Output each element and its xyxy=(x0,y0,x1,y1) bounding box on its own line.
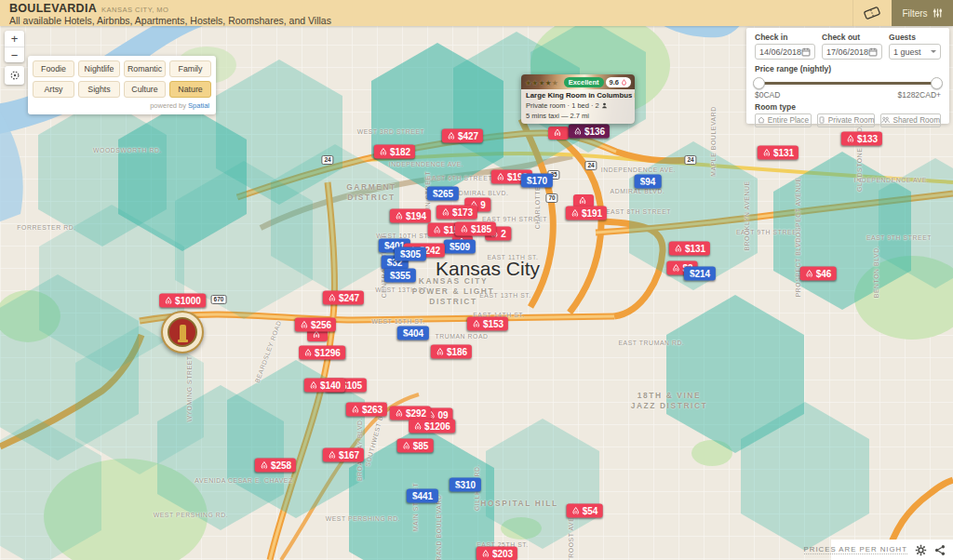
room-type-shared-room[interactable]: Shared Room xyxy=(880,113,941,127)
airbnb-price-marker[interactable]: $85 xyxy=(397,439,434,453)
hotel-price-marker[interactable]: $441 xyxy=(407,489,438,503)
airbnb-icon xyxy=(460,224,469,233)
district-label: KANSAS CITY POWER & LIGHT DISTRICT xyxy=(412,276,494,307)
airbnb-price-marker[interactable]: $203 xyxy=(476,547,517,560)
gear-icon xyxy=(915,544,927,556)
street-label: EAST 9TH STREET xyxy=(866,234,932,241)
airbnb-price-marker[interactable]: $191 xyxy=(566,207,607,220)
airbnb-price-marker[interactable]: $194 xyxy=(390,209,431,223)
room-type-private-room[interactable]: Private Room xyxy=(817,113,876,127)
airbnb-price-marker[interactable]: $256 xyxy=(295,318,336,332)
street-label: INDEPENDENCE AVE. xyxy=(389,161,464,167)
street-label: INDEPENDENCE AVE. xyxy=(601,167,677,173)
airbnb-price-marker[interactable]: $1000 xyxy=(159,294,206,308)
calendar-icon xyxy=(801,47,811,57)
filters-label: Filters xyxy=(902,8,927,19)
guests-select[interactable]: 1 guest xyxy=(889,44,941,60)
hotel-price-marker[interactable]: $509 xyxy=(444,240,476,254)
airbnb-price-marker[interactable]: $167 xyxy=(323,448,364,462)
slider-max-handle[interactable] xyxy=(931,77,943,89)
airbnb-price-marker[interactable]: $1206 xyxy=(409,420,455,433)
checkin-input[interactable]: 14/06/2018 xyxy=(755,44,815,60)
airbnb-price-marker[interactable]: $46 xyxy=(800,267,837,281)
listing-tooltip[interactable]: ★★★★★ Excellent 9.6 Large King Room in C… xyxy=(521,74,635,124)
airbnb-icon xyxy=(164,296,173,305)
hotel-price-marker[interactable]: $214 xyxy=(684,267,716,281)
boulevardia-logo-icon xyxy=(168,317,197,347)
hotel-price-marker[interactable]: $94 xyxy=(635,175,662,189)
airbnb-price-marker[interactable]: $258 xyxy=(255,459,296,473)
airbnb-price-marker[interactable] xyxy=(548,127,569,140)
airbnb-icon xyxy=(312,330,321,340)
filters-button[interactable]: Filters xyxy=(892,0,953,26)
price-range-slider xyxy=(755,77,941,89)
airbnb-price-marker[interactable]: $133 xyxy=(841,132,882,146)
chevron-down-icon xyxy=(931,50,936,56)
hotel-price-marker[interactable]: $404 xyxy=(397,327,429,340)
airbnb-icon xyxy=(571,506,581,515)
airbnb-icon xyxy=(303,348,313,357)
listing-distance: 5 mins taxi — 2.7 mi xyxy=(526,112,630,120)
street-label: WEST 15TH ST. xyxy=(371,318,425,325)
zoom-in-button[interactable]: + xyxy=(5,31,24,47)
checkout-input[interactable]: 17/06/2018 xyxy=(822,44,882,60)
slider-min-handle[interactable] xyxy=(753,77,765,89)
airbnb-icon xyxy=(300,320,309,329)
checkin-label: Check in xyxy=(755,33,815,42)
airbnb-icon xyxy=(805,269,814,278)
airbnb-icon xyxy=(570,208,580,218)
route-shield: 24 xyxy=(321,155,333,165)
airbnb-price-marker[interactable]: $263 xyxy=(346,403,387,417)
chip-nature[interactable]: Nature xyxy=(169,81,211,98)
hotel-price-marker[interactable]: $305 xyxy=(395,247,426,261)
chip-artsy[interactable]: Artsy xyxy=(33,81,74,98)
airbnb-price-marker[interactable]: $153 xyxy=(467,317,508,331)
airbnb-price-marker[interactable]: $182 xyxy=(374,145,415,159)
locate-button[interactable] xyxy=(5,66,24,85)
guests-label: Guests xyxy=(889,33,941,42)
rating-score: 9.6 xyxy=(606,77,631,87)
airbnb-icon xyxy=(413,421,423,431)
airbnb-price-marker[interactable]: $140 xyxy=(304,379,345,393)
airbnb-price-marker[interactable]: $1296 xyxy=(299,346,345,360)
airbnb-icon xyxy=(621,79,627,86)
hotel-price-marker[interactable]: $265 xyxy=(427,187,459,201)
airbnb-price-marker[interactable]: $54 xyxy=(567,504,603,518)
chip-romantic[interactable]: Romantic xyxy=(124,60,166,77)
airbnb-icon xyxy=(395,408,404,418)
hotel-price-marker[interactable]: $310 xyxy=(450,478,481,492)
chip-family[interactable]: Family xyxy=(169,60,211,77)
airbnb-price-marker[interactable]: $427 xyxy=(442,129,483,143)
airbnb-price-marker[interactable]: $247 xyxy=(323,291,364,305)
tooltip-rating-row: ★★★★★ Excellent 9.6 xyxy=(521,74,635,89)
hotel-price-marker[interactable]: $355 xyxy=(384,269,416,283)
zoom-out-button[interactable]: − xyxy=(5,47,24,62)
share-button[interactable] xyxy=(934,544,946,556)
airbnb-price-marker[interactable]: $185 xyxy=(455,222,496,236)
spatial-link[interactable]: Spatial xyxy=(188,101,209,110)
chip-sights[interactable]: Sights xyxy=(78,81,120,98)
route-shield: 70 xyxy=(545,193,557,203)
boulevardia-event-marker[interactable] xyxy=(161,311,204,353)
airbnb-icon xyxy=(351,405,360,414)
share-icon xyxy=(934,544,946,556)
deals-ticket-button[interactable] xyxy=(852,0,890,26)
chip-foodie[interactable]: Foodie xyxy=(33,60,74,77)
street-label: BROOKLYN AVENUE xyxy=(744,180,750,250)
chip-nightlife[interactable]: Nightlife xyxy=(78,60,120,77)
street-label: AVENIDA CESAR E. CHAVEZ xyxy=(195,477,292,484)
airbnb-price-marker[interactable]: $292 xyxy=(390,407,431,420)
airbnb-price-marker[interactable]: $136 xyxy=(569,125,610,139)
room-type-entire-place[interactable]: Entire Place xyxy=(755,113,812,127)
chip-culture[interactable]: Culture xyxy=(124,81,166,98)
street-label: ADMIRAL BLVD. xyxy=(611,188,665,194)
airbnb-price-marker[interactable]: $131 xyxy=(758,146,799,160)
street-label: GRAND BOULEVARD xyxy=(436,495,442,560)
airbnb-icon xyxy=(260,460,269,470)
airbnb-price-marker[interactable]: $173 xyxy=(436,206,477,220)
hotel-price-marker[interactable]: $170 xyxy=(521,174,553,188)
settings-button[interactable] xyxy=(915,544,927,556)
airbnb-price-marker[interactable]: $186 xyxy=(431,345,472,359)
street-label: INDEPENDENCE AVE. xyxy=(854,177,930,183)
airbnb-price-marker[interactable]: $131 xyxy=(669,242,710,256)
